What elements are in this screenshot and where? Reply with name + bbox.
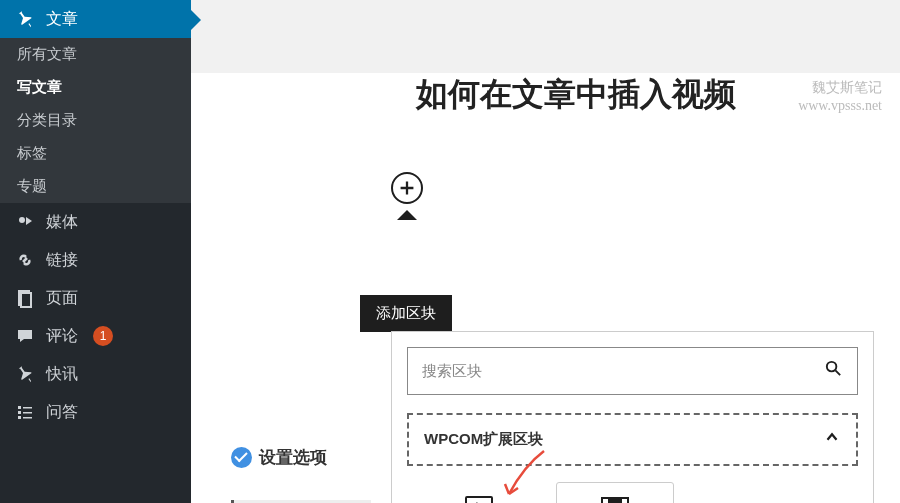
- media-icon: [15, 212, 35, 232]
- submenu-new-post[interactable]: 写文章: [0, 71, 191, 104]
- sidebar-label: 文章: [46, 9, 78, 30]
- svg-rect-6: [23, 412, 32, 414]
- sidebar-item-faq[interactable]: 问答: [0, 393, 191, 431]
- sidebar-item-posts[interactable]: 文章: [0, 0, 191, 38]
- svg-rect-3: [18, 406, 21, 409]
- add-block-tooltip: 添加区块: [360, 295, 452, 332]
- svg-point-9: [827, 362, 837, 372]
- plus-icon: [396, 177, 418, 199]
- sidebar-item-news[interactable]: 快讯: [0, 355, 191, 393]
- submenu-topics[interactable]: 专题: [0, 170, 191, 203]
- search-icon: [824, 359, 843, 383]
- add-block-button[interactable]: [391, 172, 423, 204]
- block-tabs-switch[interactable]: 选项卡切换: [556, 482, 674, 503]
- sidebar-item-links[interactable]: 链接: [0, 241, 191, 279]
- chevron-up-icon: [823, 428, 841, 451]
- submenu-tags[interactable]: 标签: [0, 137, 191, 170]
- watermark-top-right: 魏艾斯笔记www.vpsss.net: [798, 79, 882, 115]
- tabs-icon: [601, 497, 629, 503]
- svg-point-0: [19, 217, 25, 223]
- sidebar-item-pages[interactable]: 页面: [0, 279, 191, 317]
- sidebar-label: 页面: [46, 288, 78, 309]
- svg-rect-5: [18, 411, 21, 414]
- block-baidu-map[interactable]: 百度地图: [692, 482, 810, 503]
- svg-rect-4: [23, 407, 32, 409]
- block-inserter-panel: 搜索区块 WPCOM扩展区块 魏艾斯笔记 视频代码 选项卡切换: [391, 331, 874, 503]
- list-icon: [15, 402, 35, 422]
- check-circle-icon: [231, 447, 252, 468]
- comments-count-badge: 1: [93, 326, 113, 346]
- page-icon: [15, 288, 35, 308]
- sidebar-label: 问答: [46, 402, 78, 423]
- video-icon: [465, 496, 493, 503]
- sidebar-label: 快讯: [46, 364, 78, 385]
- pin-icon: [15, 9, 35, 29]
- block-video-code[interactable]: 视频代码: [420, 482, 538, 503]
- settings-header-label: 设置选项: [259, 446, 327, 469]
- svg-rect-8: [23, 417, 32, 419]
- search-blocks-input[interactable]: 搜索区块: [407, 347, 858, 395]
- sidebar-item-media[interactable]: 媒体: [0, 203, 191, 241]
- sidebar-label: 链接: [46, 250, 78, 271]
- svg-rect-7: [18, 416, 21, 419]
- block-category-header[interactable]: WPCOM扩展区块: [407, 413, 858, 466]
- sidebar-item-comments[interactable]: 评论 1: [0, 317, 191, 355]
- sidebar-label: 评论: [46, 326, 78, 347]
- submenu-all-posts[interactable]: 所有文章: [0, 38, 191, 71]
- sidebar-label: 媒体: [46, 212, 78, 233]
- pin-icon: [15, 364, 35, 384]
- link-icon: [15, 250, 35, 270]
- comment-icon: [15, 326, 35, 346]
- svg-rect-2: [21, 293, 31, 307]
- active-indicator: [191, 10, 201, 30]
- category-label: WPCOM扩展区块: [424, 430, 543, 449]
- submenu-categories[interactable]: 分类目录: [0, 104, 191, 137]
- settings-header[interactable]: 设置选项: [231, 433, 371, 482]
- search-placeholder: 搜索区块: [422, 362, 482, 381]
